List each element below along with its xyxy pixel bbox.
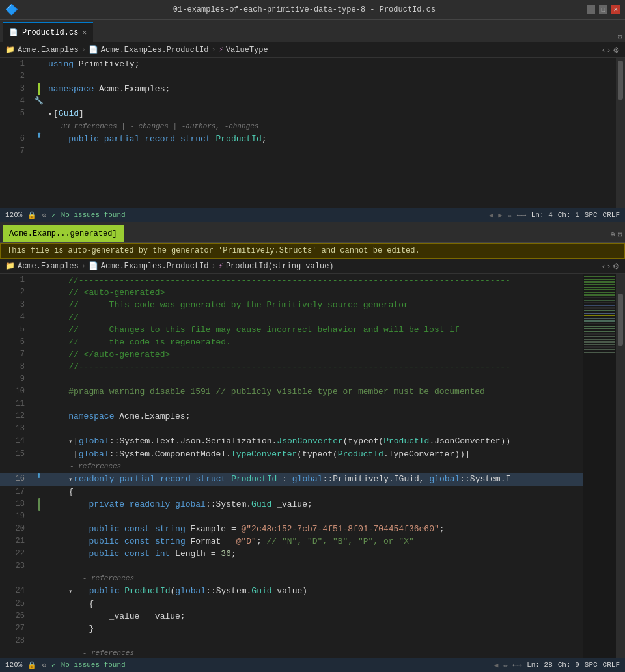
minimize-button[interactable]: ─ (587, 5, 595, 14)
top-nav-left[interactable]: ◀ (489, 211, 493, 219)
bottom-settings-button[interactable]: ⚙ (618, 230, 622, 240)
scrollbar-thumb (618, 61, 623, 100)
code-line: 4 // (0, 311, 583, 324)
code-line: 3 // This code was generated by the Prim… (0, 299, 583, 311)
bottom-lineend: CRLF (603, 661, 620, 669)
top-tab-active[interactable]: 📄 ProductId.cs ✕ (3, 22, 93, 42)
window-controls: ─ □ ✕ (587, 5, 620, 14)
top-ln: Ln: 4 (531, 211, 553, 219)
code-line: 2 // <auto-generated> (0, 287, 583, 299)
top-nav-arrows: ⟵⟶ (518, 211, 526, 219)
code-line: 7 // </auto-generated> (0, 348, 583, 361)
bc2-namespace[interactable]: Acme.Examples (18, 262, 79, 271)
top-status-bar: 120% 🔒 ⚙ ✓ No issues found ◀ ▶ ✏ ⟵⟶ Ln: … (0, 208, 625, 222)
mini-line (584, 289, 615, 290)
top-code-main: 1 using Primitively; 2 3 namespace Acme.… (0, 58, 616, 208)
mini-line (584, 310, 615, 311)
bottom-tab-actions: ⊕ ⚙ (611, 230, 622, 242)
top-nav-right[interactable]: ▶ (498, 211, 503, 219)
bottom-pencil-icon: ✏ (503, 661, 508, 669)
bc-sep2: › (211, 46, 215, 55)
mini-line (584, 318, 615, 319)
code-line: 23 (0, 560, 583, 572)
code-line: 7 (0, 145, 616, 158)
bottom-code-scroll: 1 //------------------------------------… (0, 274, 625, 658)
top-tab-close[interactable]: ✕ (82, 28, 87, 36)
bottom-status-bar: 120% 🔒 ⚙ ✓ No issues found ◀ ✏ ⟵⟶ Ln: 28… (0, 658, 625, 672)
mini-line (584, 276, 615, 277)
mini-line (584, 326, 615, 327)
app-window: 🔷 01-examples-of-each-primitive-data-typ… (0, 0, 625, 672)
title-bar: 🔷 01-examples-of-each-primitive-data-typ… (0, 0, 625, 20)
mini-line (584, 287, 615, 288)
code-line: 27 } (0, 623, 583, 635)
bc-settings[interactable]: ⚙ (613, 46, 620, 55)
top-code-scroll: 1 using Primitively; 2 3 namespace Acme.… (0, 58, 625, 208)
bottom-lock-icon: 🔒 (27, 661, 36, 669)
bottom-nav-left[interactable]: ◀ (494, 661, 499, 669)
mini-line-accent (584, 315, 615, 316)
top-tab-bar: 📄 ProductId.cs ✕ ⚙ (0, 20, 625, 42)
bottom-scrollbar[interactable] (616, 274, 625, 658)
app-icon: 🔷 (5, 3, 18, 16)
top-zoom-level[interactable]: 120% (5, 211, 22, 219)
bc-nav-left[interactable]: ‹ (602, 46, 605, 55)
mini-line (584, 333, 615, 335)
bc2-class[interactable]: Acme.Examples.ProductId (101, 262, 209, 271)
mini-line (584, 305, 615, 306)
top-scrollbar[interactable] (616, 58, 625, 208)
bottom-tab-active[interactable]: Acme.Examp...generated] (3, 225, 124, 242)
code-line: 21 public const string Format = @"D"; //… (0, 535, 583, 548)
bc2-nav-right[interactable]: › (607, 262, 610, 271)
code-line: 5 // Changes to this file may cause inco… (0, 324, 583, 336)
code-line: 14 ▾[global::System.Text.Json.Serializat… (0, 435, 583, 448)
bottom-ln: Ln: 28 (527, 661, 553, 669)
bc2-settings[interactable]: ⚙ (613, 262, 620, 271)
top-breadcrumb: 📁 Acme.Examples › 📄 Acme.Examples.Produc… (0, 42, 625, 58)
close-button[interactable]: ✕ (611, 5, 620, 14)
autogen-text: This file is auto-generated by the gener… (7, 246, 420, 255)
code-line: 19 (0, 511, 583, 523)
code-line: 22 public const int Length = 36; (0, 548, 583, 560)
code-line: 6 // the code is regenerated. (0, 336, 583, 348)
bottom-split-button[interactable]: ⊕ (611, 230, 615, 240)
bc-class[interactable]: Acme.Examples.ProductId (101, 46, 209, 55)
code-line: 11 (0, 398, 583, 410)
mini-line (584, 336, 615, 337)
bottom-tab-bar: Acme.Examp...generated] ⊕ ⚙ (0, 222, 625, 243)
mini-line (584, 297, 615, 298)
mini-line (584, 331, 615, 332)
bc2-member[interactable]: ProductId(string value) (226, 262, 334, 271)
bc-namespace-icon: 📁 (5, 45, 15, 55)
code-line: 1 using Primitively; (0, 58, 616, 70)
mini-line (584, 300, 615, 301)
code-line: 17 { (0, 486, 583, 498)
code-line: 24 ▾ public ProductId(global::System.Gui… (0, 585, 583, 598)
code-line: 25 { (0, 598, 583, 610)
bc2-nav-left[interactable]: ‹ (602, 262, 605, 271)
code-line: 26 _value = value; (0, 610, 583, 623)
bc-namespace[interactable]: Acme.Examples (18, 46, 79, 55)
mini-line (584, 341, 615, 343)
mini-line (584, 328, 615, 329)
bottom-tab-label: Acme.Examp...generated] (9, 229, 117, 238)
bc-nav-right[interactable]: › (607, 46, 610, 55)
split-editor-button[interactable]: ⚙ (618, 32, 622, 42)
code-line: 12 namespace Acme.Examples; (0, 410, 583, 423)
mini-line (584, 320, 615, 322)
bottom-zoom-level[interactable]: 120% (5, 661, 22, 669)
top-code-editor: 1 using Primitively; 2 3 namespace Acme.… (0, 58, 625, 208)
top-pencil-icon: ✏ (508, 211, 512, 219)
mini-line (584, 307, 615, 309)
bc-nav-buttons: ‹ › ⚙ (602, 46, 620, 55)
code-line: 20 public const string Example = @"2c48c… (0, 523, 583, 535)
mini-line (584, 339, 615, 340)
code-line-highlight: 16 ⬆ ▾readonly partial record struct Pro… (0, 473, 583, 486)
bc-member[interactable]: ValueType (226, 46, 268, 55)
code-line: 15 [global::System.ComponentModel.TypeCo… (0, 448, 583, 460)
mini-line (584, 292, 615, 293)
code-line-ref: - references (0, 460, 583, 473)
tab-file-icon: 📄 (9, 28, 18, 36)
maximize-button[interactable]: □ (599, 5, 607, 14)
top-lock-icon: 🔒 (27, 211, 36, 219)
